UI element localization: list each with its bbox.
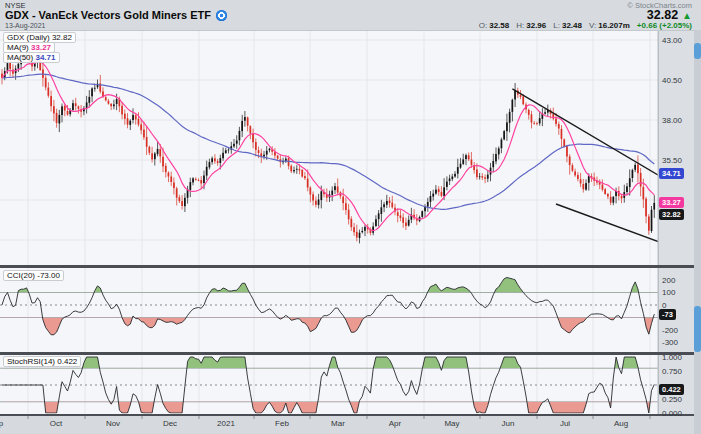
- cci-legend: CCI(20) -73.00: [3, 270, 64, 281]
- date-axis-label: 2021: [217, 419, 235, 428]
- stochrsi-legend: StochRSI(14) 0.422: [3, 356, 81, 367]
- price-badge: 32.82: [659, 209, 684, 220]
- volume-quote: V:16.207m: [589, 21, 630, 30]
- chart-header: NYSE GDX - VanEck Vectors Gold Miners ET…: [0, 0, 701, 31]
- date-axis-label: Feb: [275, 419, 289, 428]
- info-icon[interactable]: [216, 10, 227, 21]
- cci-tick-label: 200: [662, 276, 675, 285]
- date-axis-label: Nov: [106, 419, 120, 428]
- stochrsi-badge: 0.422: [659, 384, 684, 395]
- up-triangle-icon: ▲: [682, 10, 692, 21]
- date-axis-label: Dec: [163, 419, 177, 428]
- cci-tick-label: 100: [662, 288, 675, 297]
- date-label: 13-Aug-2021: [5, 22, 45, 29]
- price-tick-label: 43.00: [662, 36, 682, 45]
- date-axis-label: Sep: [0, 419, 3, 428]
- date-axis-label: Oct: [50, 419, 62, 428]
- date-axis-label: May: [444, 419, 459, 428]
- low-quote: L:32.48: [553, 21, 582, 30]
- panel-separator[interactable]: [0, 265, 694, 268]
- candlestick-series: [1, 48, 655, 243]
- date-axis-label: Aug: [614, 419, 628, 428]
- stochrsi-tick-label: 0.000: [662, 409, 682, 418]
- symbol-title-text: GDX - VanEck Vectors Gold Miners ETF: [5, 9, 211, 21]
- stochrsi-tick-label: 0.250: [662, 395, 682, 404]
- scrollbar-track[interactable]: [694, 30, 701, 434]
- ma9-badge: 33.27: [659, 197, 684, 208]
- date-axis-label: Apr: [389, 419, 401, 428]
- stockcharts-chart-app: NYSE GDX - VanEck Vectors Gold Miners ET…: [0, 0, 701, 434]
- price-tick-label: 35.50: [662, 156, 682, 165]
- quote-line: O:32.58 H:32.96 L:32.48 V:16.207m +0.66 …: [479, 21, 692, 30]
- cci-badge: -73: [659, 309, 676, 320]
- stochrsi-tick-label: 1.000: [662, 353, 682, 362]
- scrollbar-thumb[interactable]: [694, 43, 701, 59]
- date-axis-label: Jul: [560, 419, 570, 428]
- main-legend-ma50: MA(50) 34.71: [3, 52, 60, 63]
- scrollbar-thumb[interactable]: [694, 306, 701, 352]
- panel-separator[interactable]: [0, 352, 694, 355]
- price-tick-label: 40.50: [662, 76, 682, 85]
- last-price-value: 32.82: [647, 8, 678, 22]
- last-price: 32.82▲: [647, 8, 692, 22]
- symbol-title: GDX - VanEck Vectors Gold Miners ETF: [5, 9, 227, 21]
- trendline: [512, 89, 665, 179]
- cci-line: [2, 278, 654, 335]
- cci-tick-label: -200: [662, 326, 678, 335]
- high-quote: H:32.96: [516, 21, 546, 30]
- stochrsi-tick-label: 0.750: [662, 367, 682, 376]
- cci-tick-label: -300: [662, 338, 678, 347]
- ma50-line: [2, 74, 654, 209]
- date-axis-label: Mar: [331, 419, 345, 428]
- price-tick-label: 38.00: [662, 116, 682, 125]
- date-axis-label: Jun: [502, 419, 515, 428]
- ma50-badge: 34.71: [659, 168, 684, 179]
- panel-separator: [0, 414, 694, 417]
- open-quote: O:32.58: [479, 21, 509, 30]
- change-value: +0.66 (+2.05%): [637, 21, 692, 30]
